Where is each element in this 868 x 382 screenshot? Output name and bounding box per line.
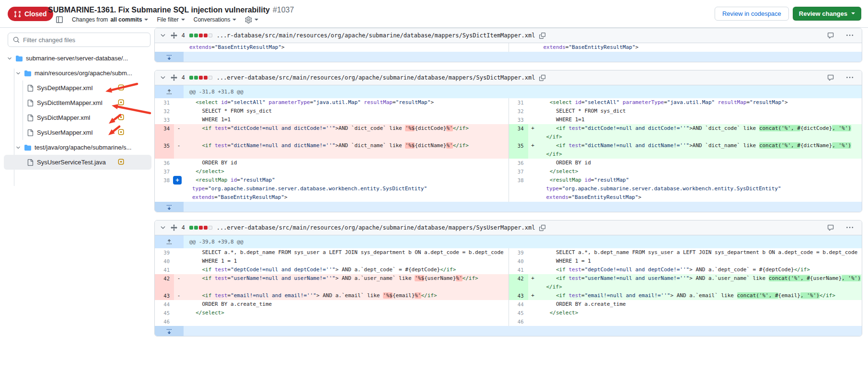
diff-settings-menu[interactable] [245,16,258,23]
diff-marker: - [174,141,184,159]
kebab-menu-icon[interactable] [846,224,853,231]
changed-lines-count: 4 [182,224,185,231]
expand-hunk-up-button[interactable] [155,235,184,248]
sidebar-toggle-button[interactable] [56,16,63,23]
chevron-down-icon [144,19,148,23]
tree-item-sysuserservicetest-java[interactable]: SysUserServiceTest.java [4,155,151,170]
drag-handle-icon[interactable] [171,74,177,81]
diff-marker [528,309,538,317]
pr-status-badge: Closed [8,7,53,21]
code-line: extends="BaseEntityResultMap"> [184,43,509,52]
code-line: extends="BaseEntityResultMap"> [184,193,509,202]
pr-closed-icon [14,11,21,18]
diff-marker [174,248,184,257]
line-number: 34 [155,124,174,141]
line-number: 37 [155,167,174,176]
filter-changed-files-input[interactable] [23,36,145,44]
line-number: 41 [509,266,528,274]
tree-item-submarine-server-server-database-[interactable]: submarine-server/server-database/... [4,51,151,66]
code-cell: ORDER BY id [184,159,509,167]
collapse-file-chevron-icon[interactable] [160,224,166,231]
file-icon [27,115,34,121]
line-number: 44 [155,300,174,309]
comment-icon[interactable] [827,32,834,39]
chevron-down-icon[interactable] [15,70,21,76]
diff-marker [174,309,184,317]
code-line [184,317,509,326]
expand-down-button[interactable] [155,202,184,212]
diff-side: 43- <if test="email!=null and email!=''"… [155,291,509,300]
tree-item-sysusermapper-xml[interactable]: SysUserMapper.xml [4,125,151,140]
comment-icon[interactable] [827,74,834,81]
drag-handle-icon[interactable] [171,224,177,231]
expand-down-button[interactable] [155,326,184,336]
tree-item-sysdictitemmapper-xml[interactable]: SysDictItemMapper.xml [4,95,151,110]
diff-side: 35+ <if test="dictName!=null and dictNam… [509,141,862,159]
line-number: 35 [155,141,174,159]
hunk-header-row: @@ -39,8 +39,8 @@ [155,235,862,248]
expand-row [155,52,862,62]
code-line: SELECT * FROM sys_dict [538,107,862,116]
code-line: extends="BaseEntityResultMap"> [538,43,862,52]
diff-marker: + [528,274,538,291]
tree-item-main-resources-org-apache-subm-[interactable]: main/resources/org/apache/subm... [4,66,151,81]
tree-item-sysdeptmapper-xml[interactable]: SysDeptMapper.xml [4,81,151,95]
diff-stat-squares [189,34,212,37]
hunk-header-row: @@ -31,8 +31,8 @@ [155,85,862,98]
code-cell: <if test="deptCode!=null and deptCode!='… [538,266,862,274]
add-comment-button[interactable]: + [173,176,182,185]
tree-item-test-java-org-apache-submarine-s-[interactable]: test/java/org/apache/submarine/s... [4,140,151,155]
comment-icon[interactable] [827,224,834,231]
tree-item-sysdictmapper-xml[interactable]: SysDictMapper.xml [4,110,151,125]
kebab-menu-icon[interactable] [846,32,853,39]
file-filter-menu[interactable]: File filter [157,16,185,23]
code-cell: <select id="selectAll" parameterType="ja… [184,98,509,107]
code-cell: <if test="email!=null and email!=''"> AN… [184,291,509,300]
collapse-file-chevron-icon[interactable] [160,32,166,39]
expand-row [155,202,862,212]
copy-path-icon[interactable] [539,225,545,231]
diff-row: 38+ <resultMap id="resultMap"type="org.a… [155,176,862,202]
diff-side: 39 SELECT a.*, b.dept_name FROM sys_user… [155,248,509,257]
chevron-down-icon [232,19,236,23]
diff-side: 32 SELECT * FROM sys_dict [155,107,509,116]
copy-path-icon[interactable] [539,33,545,39]
chevron-down-icon [255,19,258,23]
folder-icon [24,144,31,151]
code-line: <select id="selectAll" parameterType="ja… [184,98,509,107]
expand-down-button[interactable] [155,52,184,62]
code-cell: <if test="deptCode!=null and deptCode!='… [184,266,509,274]
file-path-link[interactable]: ...erver-database/src/main/resources/org… [217,74,535,81]
diff-stat-squares [189,76,212,80]
diff-row: extends="BaseEntityResultMap">extends="B… [155,43,862,52]
file-path-link[interactable]: ...r-database/src/main/resources/org/apa… [217,32,535,39]
chevron-down-icon[interactable] [15,145,21,150]
diff-row: 42- <if test="userName!=null and userNam… [155,274,862,291]
collapse-file-chevron-icon[interactable] [160,74,166,81]
expand-hunk-up-button[interactable] [155,85,184,98]
chevron-down-icon[interactable] [7,56,12,61]
diff-side: 45 </select> [509,309,862,317]
review-changes-button[interactable]: Review changes [793,7,861,21]
review-in-codespace-button[interactable]: Review in codespace [715,7,789,21]
drag-handle-icon[interactable] [171,32,177,39]
diff-row: 44 ORDER BY a.create_time44 ORDER BY a.c… [155,300,862,309]
folder-icon [16,55,23,62]
file-path-link[interactable]: ...erver-database/src/main/resources/org… [217,224,535,231]
copy-path-icon[interactable] [539,75,545,81]
diff-side: extends="BaseEntityResultMap"> [509,43,862,52]
code-cell: <if test="email!=null and email!=''"> AN… [538,291,862,300]
code-cell: SELECT * FROM sys_dict [184,107,509,116]
conversations-menu[interactable]: Conversations [194,16,237,23]
code-line: <resultMap id="resultMap" [538,176,862,185]
diff-marker [174,116,184,124]
diff-marker [174,43,184,52]
diff-side: 36 ORDER BY id [155,159,509,167]
diff-marker [174,300,184,309]
diff-row: 36 ORDER BY id36 ORDER BY id [155,159,862,167]
code-cell: <resultMap id="resultMap"type="org.apach… [538,176,862,202]
diff-marker [174,257,184,266]
changes-from-menu[interactable]: Changes fromall commits [72,16,148,23]
kebab-menu-icon[interactable] [846,74,853,81]
expand-row [155,326,862,336]
